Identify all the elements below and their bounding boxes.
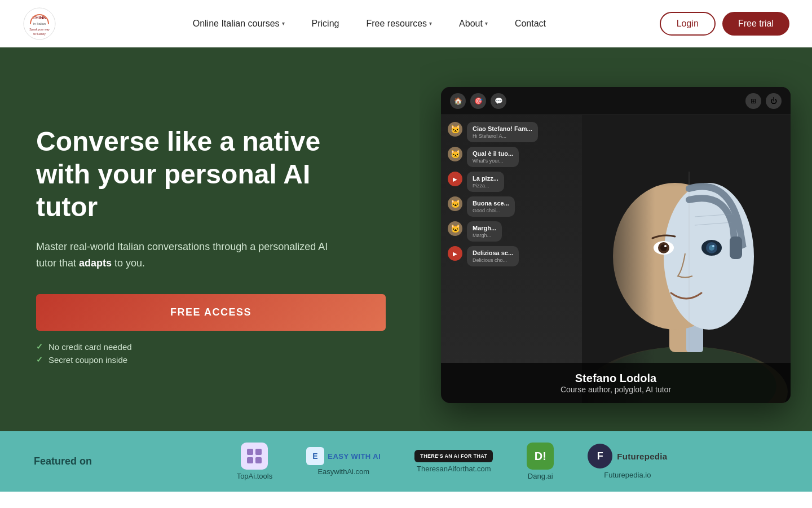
- chat-bubble-5: Margh... Margh...: [467, 221, 502, 242]
- chat-avatar-4: 🐱: [448, 196, 462, 211]
- benefits-list: ✓ No credit card needed ✓ Secret coupon …: [36, 342, 386, 365]
- future-badge: F: [588, 444, 612, 468]
- chevron-down-icon: ▾: [429, 20, 432, 27]
- hero-title: Converse like a native with your persona…: [36, 125, 363, 223]
- featured-logos-list: TopAi.tools E EASY WITH AI EasywithAi.co…: [126, 443, 778, 480]
- hero-caption: Stefano Lodola Course author, polyglot, …: [441, 363, 791, 403]
- featured-logo-topai[interactable]: TopAi.tools: [237, 443, 273, 480]
- logo[interactable]: THINK in Italian Speak your way to fluen…: [23, 7, 56, 41]
- featured-logo-future[interactable]: F Futurepedia Futurepedia.io: [588, 444, 667, 479]
- app-icon-power: ⏻: [766, 93, 782, 109]
- nav-item-pricing[interactable]: Pricing: [298, 0, 353, 47]
- chevron-down-icon: ▾: [485, 20, 488, 27]
- featured-label: Featured on: [34, 456, 92, 467]
- login-button[interactable]: Login: [660, 12, 716, 36]
- featured-logo-dang[interactable]: D! Dang.ai: [527, 443, 554, 480]
- benefit-item-2: ✓ Secret coupon inside: [36, 355, 386, 365]
- easy-text-col: EASY WITH AI: [328, 452, 381, 461]
- future-name: Futurepedia.io: [604, 471, 651, 479]
- header-actions: Login Free trial: [660, 12, 789, 36]
- app-topbar-right-icons: ⊞ ⏻: [745, 93, 782, 109]
- free-access-button[interactable]: FREE ACCESS: [36, 294, 386, 331]
- hero-subtitle: Master real-world Italian conversations …: [36, 239, 329, 271]
- hero-section: Converse like a native with your persona…: [0, 47, 812, 431]
- nav-item-about[interactable]: About ▾: [445, 0, 501, 47]
- app-icon-grid: ⊞: [745, 93, 761, 109]
- there-name: TheresanAiforthat.com: [417, 465, 491, 473]
- easy-name: EasywithAi.com: [317, 467, 369, 476]
- topai-badge: [241, 443, 268, 470]
- nav-item-resources[interactable]: Free resources ▾: [352, 0, 445, 47]
- svg-rect-28: [247, 457, 253, 463]
- svg-rect-27: [255, 449, 262, 455]
- nav-item-contact[interactable]: Contact: [501, 0, 559, 47]
- free-trial-button[interactable]: Free trial: [722, 12, 789, 36]
- person-overlay: [582, 115, 791, 403]
- main-nav: Online Italian courses ▾ Pricing Free re…: [79, 0, 660, 47]
- svg-rect-25: [582, 115, 791, 403]
- logo-icon: THINK in Italian Speak your way to fluen…: [23, 7, 56, 41]
- app-icon-3: 💬: [491, 93, 506, 109]
- app-topbar: 🏠 🎯 💬 ⊞ ⏻: [441, 87, 791, 115]
- chevron-down-icon: ▾: [282, 20, 285, 27]
- topai-name: TopAi.tools: [237, 472, 273, 480]
- nav-item-courses[interactable]: Online Italian courses ▾: [179, 0, 298, 47]
- hero-left: Converse like a native with your persona…: [0, 47, 420, 431]
- chat-avatar-6: ▶: [448, 246, 462, 261]
- person-svg: [582, 115, 791, 403]
- check-icon-2: ✓: [36, 355, 43, 364]
- benefit-item-1: ✓ No credit card needed: [36, 342, 386, 352]
- chat-bubble-6: Deliziosa sc... Delicious cho...: [467, 246, 519, 266]
- future-logo-row: F Futurepedia: [588, 444, 667, 468]
- svg-rect-29: [255, 457, 262, 463]
- hero-right: 🏠 🎯 💬 ⊞ ⏻ 🐱 Ciao: [420, 47, 812, 431]
- svg-text:to fluency: to fluency: [33, 32, 46, 36]
- dang-badge: D!: [527, 443, 554, 470]
- topai-icon: [246, 448, 263, 465]
- svg-text:Speak your way: Speak your way: [29, 28, 50, 31]
- easy-icon: E: [306, 447, 324, 465]
- chat-avatar-5: 🐱: [448, 221, 462, 236]
- featured-bar: Featured on TopAi.tools E EASY WI: [0, 431, 812, 492]
- svg-text:E: E: [313, 452, 318, 461]
- chat-avatar-3: ▶: [448, 172, 462, 186]
- dang-name: Dang.ai: [528, 472, 553, 480]
- chat-bubble-4: Buona sce... Good choi...: [467, 196, 515, 217]
- app-icon-2: 🎯: [470, 93, 486, 109]
- future-text-col: Futurepedia: [617, 452, 667, 461]
- featured-logo-there[interactable]: THERE'S AN AI FOR THAT TheresanAiforthat…: [414, 450, 493, 473]
- app-topbar-icons: 🏠 🎯 💬: [450, 93, 506, 109]
- header: THINK in Italian Speak your way to fluen…: [0, 0, 812, 47]
- person-role: Course author, polyglot, AI tutor: [452, 385, 779, 394]
- featured-logo-easy[interactable]: E EASY WITH AI EasywithAi.com: [306, 447, 381, 476]
- app-icon-1: 🏠: [450, 93, 466, 109]
- person-name: Stefano Lodola: [452, 372, 779, 385]
- chat-bubble-3: La pizz... Pizza...: [467, 172, 504, 192]
- hero-image: 🏠 🎯 💬 ⊞ ⏻ 🐱 Ciao: [441, 87, 791, 403]
- chat-avatar-2: 🐱: [448, 147, 462, 161]
- check-icon-1: ✓: [36, 342, 43, 351]
- svg-rect-26: [247, 449, 253, 455]
- chat-bubble-2: Qual è il tuo... What's your...: [467, 147, 519, 167]
- chat-avatar-1: 🐱: [448, 122, 462, 137]
- there-badge: THERE'S AN AI FOR THAT: [414, 450, 493, 462]
- svg-text:in Italian: in Italian: [33, 22, 46, 25]
- chat-bubble-1: Ciao Stefano! Fam... Hi Stefano! A...: [467, 122, 538, 142]
- easy-logo-row: E EASY WITH AI: [306, 447, 381, 465]
